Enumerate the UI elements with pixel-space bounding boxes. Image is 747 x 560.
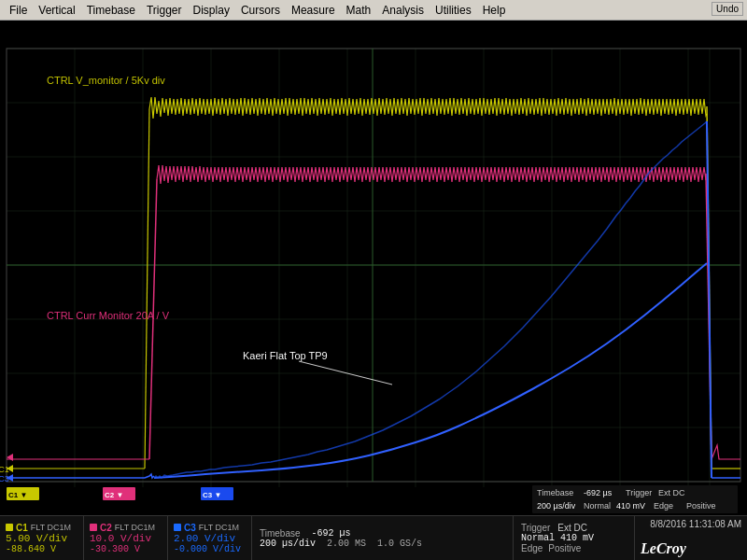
svg-text:410 mV: 410 mV [616, 501, 645, 511]
trigger-slope: Positive [548, 543, 581, 553]
ch2-tag: FLT DC1M [115, 523, 155, 532]
svg-rect-0 [0, 21, 747, 515]
ch1-header: C1 FLT DC1M [6, 523, 78, 533]
timebase-mem: 2.00 MS [327, 539, 366, 549]
timebase-label: Timebase [260, 528, 301, 539]
svg-text:C3: C3 [0, 474, 9, 483]
timebase-section: Timebase -692 µs 200 µs/div 2.00 MS 1.0 … [252, 516, 514, 560]
svg-text:C2 ▼: C2 ▼ [105, 491, 123, 499]
ch2-header: C2 FLT DC1M [90, 523, 162, 533]
scope-screen: C1 C3 CTRL V_monitor / 5Kv div CTRL Curr… [0, 21, 747, 515]
scope-grid: C1 C3 CTRL V_monitor / 5Kv div CTRL Curr… [0, 21, 747, 515]
ch3-tag: FLT DC1M [199, 523, 239, 532]
timebase-delay: -692 µs [312, 528, 351, 539]
ch1-id: C1 [16, 523, 28, 533]
undo-button[interactable]: Undo [712, 2, 743, 16]
svg-text:Kaeri Flat Top TP9: Kaeri Flat Top TP9 [243, 350, 328, 361]
ch3-color-dot [174, 524, 181, 531]
svg-text:CTRL Curr Monitor 20A / V: CTRL Curr Monitor 20A / V [47, 310, 170, 321]
menu-utilities[interactable]: Utilities [430, 3, 477, 18]
menu-analysis[interactable]: Analysis [376, 3, 430, 18]
ch3-id: C3 [184, 523, 196, 533]
trigger-mode: Normal [521, 533, 555, 543]
trigger-section: Trigger Ext DC Normal 410 mV Edge Positi… [514, 516, 635, 560]
status-bar: C1 FLT DC1M 5.00 V/div -88.640 V C2 FLT … [0, 515, 747, 560]
menu-display[interactable]: Display [188, 3, 235, 18]
svg-text:Normal: Normal [584, 501, 611, 511]
ch3-header: C3 FLT DC1M [174, 523, 246, 533]
svg-text:C1 ▼: C1 ▼ [8, 491, 27, 499]
ch3-offset: -0.000 V/div [174, 544, 246, 554]
ch3-status[interactable]: C3 FLT DC1M 2.00 V/div -0.000 V/div [168, 516, 252, 560]
datetime-section: 8/8/2016 11:31:08 AM LeCroy [635, 516, 747, 560]
menu-help[interactable]: Help [477, 3, 512, 18]
ch3-vdiv: 2.00 V/div [174, 533, 246, 544]
menu-trigger[interactable]: Trigger [141, 3, 188, 18]
ch2-id: C2 [100, 523, 112, 533]
ch2-color-dot [90, 524, 97, 531]
svg-text:Trigger: Trigger [626, 488, 652, 497]
svg-text:Edge: Edge [654, 501, 673, 511]
trigger-type: Edge [521, 543, 543, 553]
ch1-vdiv: 5.00 V/div [6, 533, 78, 544]
ch1-tag: FLT DC1M [31, 523, 71, 532]
ch1-offset: -88.640 V [6, 544, 78, 554]
lecroy-logo: LeCroy [641, 540, 741, 557]
menu-math[interactable]: Math [341, 3, 377, 18]
ch1-color-dot [6, 524, 13, 531]
svg-text:200 µs/div: 200 µs/div [537, 501, 576, 511]
datetime-display: 8/8/2016 11:31:08 AM [641, 519, 741, 529]
svg-text:CTRL  V_monitor / 5Kv div: CTRL V_monitor / 5Kv div [47, 75, 165, 86]
ch2-status[interactable]: C2 FLT DC1M 10.0 V/div -30.300 V [84, 516, 168, 560]
menu-cursors[interactable]: Cursors [235, 3, 286, 18]
ch2-vdiv: 10.0 V/div [90, 533, 162, 544]
svg-text:Timebase: Timebase [537, 488, 573, 497]
svg-text:C3 ▼: C3 ▼ [203, 491, 221, 499]
trigger-ext: Ext DC [557, 523, 587, 533]
menu-timebase[interactable]: Timebase [81, 3, 141, 18]
svg-text:C1: C1 [0, 465, 9, 474]
menu-measure[interactable]: Measure [286, 3, 341, 18]
svg-text:Ext DC: Ext DC [658, 488, 685, 497]
ch1-status[interactable]: C1 FLT DC1M 5.00 V/div -88.640 V [0, 516, 84, 560]
trigger-level: 410 mV [560, 533, 594, 543]
menu-file[interactable]: File [4, 3, 33, 18]
timebase-tdiv: 200 µs/div [260, 539, 316, 549]
timebase-rate: 1.0 GS/s [377, 539, 422, 549]
menu-vertical[interactable]: Vertical [33, 3, 80, 18]
trigger-label: Trigger [521, 523, 550, 533]
svg-text:Positive: Positive [686, 501, 716, 511]
svg-text:-692 µs: -692 µs [584, 488, 613, 497]
ch2-offset: -30.300 V [90, 544, 162, 554]
menubar: File Vertical Timebase Trigger Display C… [0, 0, 747, 21]
